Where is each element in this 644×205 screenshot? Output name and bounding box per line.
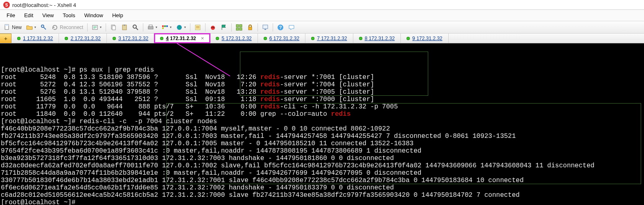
monitor-icon xyxy=(262,24,269,31)
copy-button[interactable] xyxy=(108,23,119,32)
lock-icon xyxy=(247,24,253,31)
tab-9[interactable]: 9 172.31.2.32 xyxy=(401,34,448,43)
send-icon xyxy=(92,24,98,31)
app-icon: S xyxy=(3,2,10,8)
svg-rect-10 xyxy=(149,25,152,27)
lock-button[interactable] xyxy=(245,23,255,32)
svg-rect-25 xyxy=(263,25,268,29)
menu-bar: File Edit View Tools Window Help xyxy=(0,10,644,21)
svg-rect-14 xyxy=(162,27,164,29)
tab-strip: ＋ 1 172.31.2.32 2 172.31.2.32 3 172.31.2… xyxy=(0,34,644,43)
globe-icon xyxy=(176,24,183,31)
status-dot-icon xyxy=(113,37,116,40)
menu-help[interactable]: Help xyxy=(108,11,127,20)
svg-point-17 xyxy=(211,26,215,30)
paste-button[interactable] xyxy=(119,23,130,32)
svg-rect-26 xyxy=(264,29,266,30)
menu-file[interactable]: File xyxy=(2,11,19,20)
svg-rect-5 xyxy=(112,26,115,30)
xagent-button[interactable] xyxy=(219,23,229,32)
status-dot-icon xyxy=(359,37,362,40)
send-button[interactable]: ▾ xyxy=(90,23,104,32)
status-dot-icon xyxy=(407,37,410,40)
menu-window[interactable]: Window xyxy=(80,11,107,20)
help-icon: ? xyxy=(277,24,284,31)
new-button[interactable]: New xyxy=(2,23,24,32)
svg-rect-7 xyxy=(124,25,125,26)
globe-button[interactable]: ▾ xyxy=(174,23,188,32)
svg-rect-16 xyxy=(195,25,200,30)
svg-point-19 xyxy=(213,27,214,28)
key-icon xyxy=(41,24,47,31)
palette-icon xyxy=(162,24,168,31)
menu-edit[interactable]: Edit xyxy=(20,11,37,20)
svg-rect-21 xyxy=(240,25,242,27)
status-dot-icon xyxy=(216,37,219,40)
paste-icon xyxy=(121,24,128,31)
close-tab-icon[interactable]: × xyxy=(201,35,204,41)
copy-icon xyxy=(110,24,117,31)
svg-text:?: ? xyxy=(279,25,282,30)
terminal[interactable]: [root@localhost ~]# ps aux | grep redis … xyxy=(0,43,644,205)
file-icon xyxy=(4,24,10,31)
reconnect-icon xyxy=(52,24,58,31)
help-button[interactable]: ? xyxy=(275,23,286,32)
svg-rect-12 xyxy=(164,25,166,27)
status-dot-icon xyxy=(160,37,163,40)
tab-6[interactable]: 6 172.31.2.32 xyxy=(258,34,305,43)
script-icon xyxy=(194,24,201,31)
flag-icon xyxy=(221,24,227,31)
svg-rect-20 xyxy=(236,25,239,27)
magnifier-icon xyxy=(132,24,139,31)
menu-tools[interactable]: Tools xyxy=(59,11,79,20)
color-button[interactable]: ▾ xyxy=(160,23,174,32)
bubble-icon xyxy=(288,24,295,31)
folder-icon xyxy=(26,24,33,31)
svg-rect-9 xyxy=(148,27,153,29)
svg-rect-22 xyxy=(236,28,239,30)
reconnect-label: Reconnect xyxy=(60,25,83,30)
printer-icon xyxy=(147,24,154,31)
tab-4[interactable]: 4 172.31.2.32× xyxy=(154,34,210,43)
open-button[interactable]: ▾ xyxy=(24,23,38,32)
status-dot-icon xyxy=(17,37,20,40)
tab-7[interactable]: 7 172.31.2.32 xyxy=(305,34,353,43)
about-button[interactable] xyxy=(286,23,297,32)
svg-point-8 xyxy=(133,25,136,28)
menu-view[interactable]: View xyxy=(38,11,58,20)
tab-1[interactable]: 1 172.31.2.32 xyxy=(11,34,59,43)
print-button[interactable]: ▾ xyxy=(145,23,159,32)
svg-rect-13 xyxy=(166,25,168,27)
status-dot-icon xyxy=(311,37,314,40)
svg-rect-11 xyxy=(162,25,164,27)
script-button[interactable] xyxy=(192,23,203,32)
status-dot-icon xyxy=(65,37,68,40)
ladybug-icon xyxy=(210,24,216,31)
session-button[interactable] xyxy=(260,23,271,32)
tab-8[interactable]: 8 172.31.2.32 xyxy=(353,34,401,43)
tile-icon xyxy=(236,24,242,31)
new-label: New xyxy=(12,25,22,30)
toolbar: New ▾ Reconnect ▾ ▾ ▾ ▾ ? xyxy=(0,21,644,34)
svg-rect-23 xyxy=(240,28,242,30)
title-bar: S root@localhost:~ - Xshell 4 xyxy=(0,0,644,10)
reconnect-button[interactable]: Reconnect xyxy=(50,23,85,32)
svg-rect-24 xyxy=(249,27,252,30)
window-title: root@localhost:~ - Xshell 4 xyxy=(12,2,76,8)
tile-button[interactable] xyxy=(234,23,244,32)
svg-rect-1 xyxy=(5,25,9,26)
xftp-button[interactable] xyxy=(208,23,218,32)
properties-button[interactable] xyxy=(38,23,49,32)
find-button[interactable] xyxy=(130,23,141,32)
tab-5[interactable]: 5 172.31.2.32 xyxy=(210,34,258,43)
status-dot-icon xyxy=(264,37,267,40)
tab-2[interactable]: 2 172.31.2.32 xyxy=(59,34,106,43)
svg-point-18 xyxy=(212,27,212,28)
tab-3[interactable]: 3 172.31.2.32 xyxy=(107,34,154,43)
add-tab-button[interactable]: ＋ xyxy=(0,34,11,43)
